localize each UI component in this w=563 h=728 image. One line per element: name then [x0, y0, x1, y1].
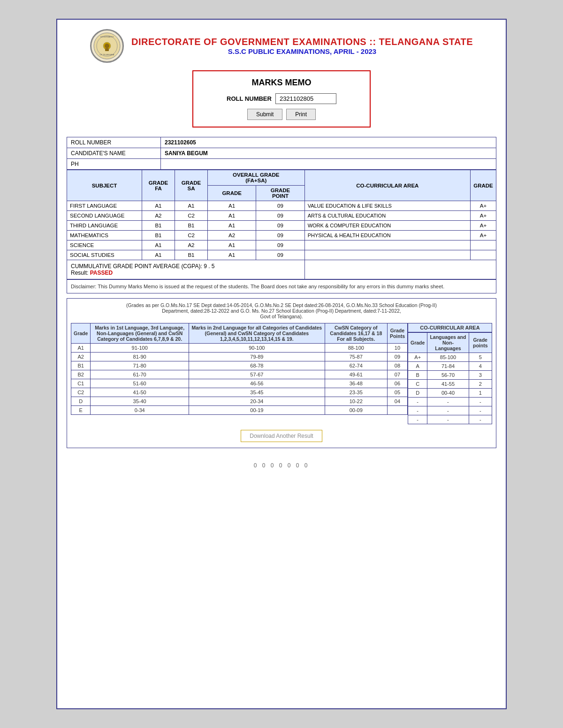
points-cell: [387, 406, 407, 415]
grade-fa-cell: B1: [142, 231, 175, 240]
cocurr-range: -: [427, 398, 469, 406]
marks-table-row: SOCIAL STUDIES A1 B1 A1 09: [67, 250, 496, 260]
grade-cell: C2: [71, 388, 91, 397]
header-subtitle: S.S.C PUBLIC EXAMINATIONS, APRIL - 2023: [131, 47, 473, 55]
marks2-cell: 46-56: [189, 379, 325, 388]
grade-sa-cell: A1: [175, 201, 208, 211]
cocurr-points: 4: [469, 362, 492, 371]
header-text: DIRECTORATE OF GOVERNMENT EXAMINATIONS :…: [131, 37, 473, 55]
points-cell: 07: [387, 370, 407, 379]
marks-table-row: SCIENCE A1 A2 A1 09: [67, 240, 496, 250]
candidate-name-row: CANDIDATE'S NAME SANIYA BEGUM: [67, 148, 496, 159]
logo: GOVERNMENT OF TELANGANA: [90, 29, 124, 63]
subject-cell: FIRST LANGUAGE: [67, 201, 142, 211]
cocurr-languages-th: Languages and Non-Languages: [427, 333, 469, 353]
print-button[interactable]: Print: [286, 109, 316, 120]
subject-cell: THIRD LANGUAGE: [67, 221, 142, 231]
grade-table-row: C2 41-50 35-45 23-35 05: [71, 388, 408, 397]
grade-sa-cell: C2: [175, 211, 208, 221]
marks-table-row: MATHEMATICS B1 C2 A2 09 PHYSICAL & HEALT…: [67, 231, 496, 240]
grade-table: Grade Marks in 1st Language, 3rd Languag…: [71, 323, 408, 415]
marks3-cell: 62-74: [325, 361, 387, 370]
marks2-cell: 35-45: [189, 388, 325, 397]
result-label: Result:: [71, 270, 88, 276]
marks3-cell: 75-87: [325, 353, 387, 361]
grade-table-row: C1 51-60 46-56 36-48 06: [71, 379, 408, 388]
btn-row: Submit Print: [200, 109, 363, 120]
grade-info-line3: Govt of Telangana).: [260, 314, 303, 319]
download-another-button[interactable]: Download Another Result: [241, 430, 322, 442]
grade-info-header: (Grades as per G.O.Ms.No.17 SE Dept date…: [71, 302, 492, 319]
grade-cell: E: [71, 406, 91, 415]
cocurr-name-cell: [304, 240, 470, 250]
cocurr-grade-cell: A+: [471, 211, 496, 221]
grade-info-line1: (Grades as per G.O.Ms.No.17 SE Dept date…: [126, 302, 437, 308]
roll-number-input[interactable]: [275, 93, 336, 104]
grade-cell: C1: [71, 379, 91, 388]
cocurr-table-row: - - -: [408, 398, 492, 406]
marks1-cell: 91-100: [91, 344, 189, 353]
grade-fa-cell: A2: [142, 211, 175, 221]
roll-number-label-cell: ROLL NUMBER: [67, 137, 161, 148]
points-cell: 04: [387, 397, 407, 406]
cocurr-points: -: [469, 415, 492, 424]
svg-rect-6: [105, 48, 109, 51]
subject-cell: SOCIAL STUDIES: [67, 250, 142, 260]
cocurr-range: 71-84: [427, 362, 469, 371]
header-title: DIRECTORATE OF GOVERNMENT EXAMINATIONS :…: [131, 37, 473, 47]
subject-cell: SECOND LANGUAGE: [67, 211, 142, 221]
page-wrapper: GOVERNMENT OF TELANGANA DIRECTORATE OF G…: [56, 19, 507, 709]
cocurr-table-row: A 71-84 4: [408, 362, 492, 371]
grade-sa-cell: C2: [175, 231, 208, 240]
points-cell: 08: [387, 361, 407, 370]
marks2-cell: 20-34: [189, 397, 325, 406]
marks-memo-title: MARKS MEMO: [200, 78, 363, 88]
cocurr-grade-cell: A+: [471, 221, 496, 231]
overall-grade-cell: A1: [208, 201, 256, 211]
grade-table-row: A2 81-90 79-89 75-87 09: [71, 353, 408, 361]
cocurr-table-row: D 00-40 1: [408, 389, 492, 398]
grade-cell: A2: [71, 353, 91, 361]
overall-grade-cell: A1: [208, 250, 256, 260]
cocurr-grade: C: [408, 380, 427, 389]
grade-fa-cell: B1: [142, 221, 175, 231]
marks2-cell: 90-100: [189, 344, 325, 353]
cocurr-grade: -: [408, 415, 427, 424]
grade-point-cell: 09: [256, 211, 304, 221]
cocurr-table-row: B 56-70 3: [408, 371, 492, 380]
grade-table-row: A1 91-100 90-100 88-100 10: [71, 344, 408, 353]
cocurr-grade: A: [408, 362, 427, 371]
ph-row: PH: [67, 159, 496, 170]
marks3-cell: 10-22: [325, 397, 387, 406]
disclaimer-box: Disclaimer: This Dummy Marks Memo is iss…: [67, 279, 496, 293]
grade-main-table: Grade Marks in 1st Language, 3rd Languag…: [71, 323, 408, 424]
submit-button[interactable]: Submit: [247, 109, 282, 120]
grade-subheader: GRADE: [208, 186, 256, 201]
subject-cell: MATHEMATICS: [67, 231, 142, 240]
grade-info-layout: Grade Marks in 1st Language, 3rd Languag…: [71, 323, 492, 424]
pagination: 0 0 0 0 0 0 0: [67, 462, 496, 469]
cocurr-grade-th: Grade: [408, 333, 427, 353]
grade-cell: B2: [71, 370, 91, 379]
marks2-cell: 00-19: [189, 406, 325, 415]
grade-cocurr-box: CO-CURRICULAR AREA Grade Languages and N…: [408, 323, 492, 424]
cocurr-grade: A+: [408, 353, 427, 362]
marks2-cell: 79-89: [189, 353, 325, 361]
marks1-cell: 81-90: [91, 353, 189, 361]
cocurr-table-row: A+ 85-100 5: [408, 353, 492, 362]
cocurr-col-header: CO-CURRICULAR AREA: [304, 170, 470, 201]
overall-grade-cell: A2: [208, 231, 256, 240]
header: GOVERNMENT OF TELANGANA DIRECTORATE OF G…: [67, 29, 496, 63]
grade-point-cell: 09: [256, 250, 304, 260]
grade-point-cell: 09: [256, 201, 304, 211]
grade-table-row: B1 71-80 68-78 62-74 08: [71, 361, 408, 370]
cocurr-range: 56-70: [427, 371, 469, 380]
candidate-name-label-cell: CANDIDATE'S NAME: [67, 148, 161, 159]
grade-fa-cell: A1: [142, 240, 175, 250]
cocurr-grade: -: [408, 406, 427, 415]
marks3-cell: 23-35: [325, 388, 387, 397]
cocurr-points-th: Grade points: [469, 333, 492, 353]
marks1-cell: 41-50: [91, 388, 189, 397]
download-btn-row: Download Another Result: [71, 424, 492, 444]
cocurr-range: -: [427, 406, 469, 415]
